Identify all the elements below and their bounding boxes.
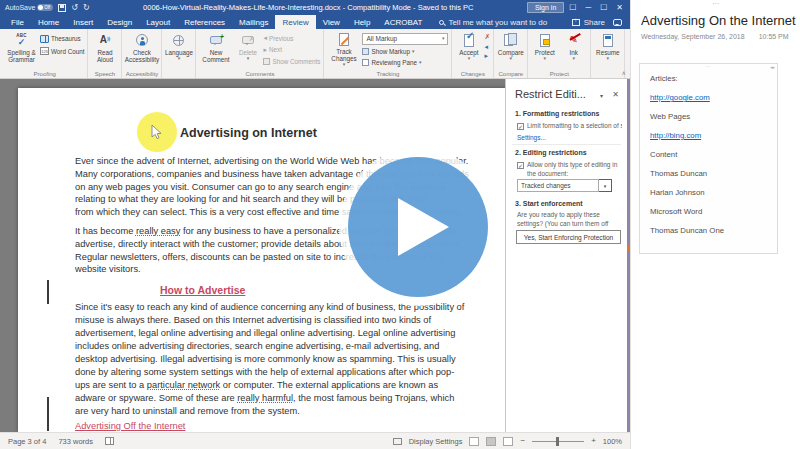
autosave-toggle[interactable]: Off	[37, 4, 53, 11]
track-changes-button[interactable]: Track Changes ▾	[327, 31, 360, 67]
note-item-link[interactable]: http://bing.com	[650, 131, 701, 140]
share-icon	[572, 19, 580, 26]
previous-comment-button[interactable]: ◂Previous	[263, 33, 320, 43]
doc-hyperlink[interactable]: Advertising Off the Internet	[75, 421, 185, 431]
pane-menu-icon[interactable]: ▾	[600, 92, 603, 99]
zoom-slider[interactable]	[532, 441, 584, 442]
new-comment-button[interactable]: + New Comment	[199, 31, 232, 67]
undo-icon[interactable]: ↺	[71, 4, 78, 12]
tab-review[interactable]: Review	[275, 15, 315, 29]
document-area: Advertising on Internet Ever since the a…	[0, 79, 630, 432]
maximize-button[interactable]: ☐	[600, 4, 607, 12]
redo-icon[interactable]: ↻	[83, 4, 90, 12]
ribbon-display-options-icon[interactable]: ☐	[569, 4, 576, 12]
next-comment-button[interactable]: ▸Next	[263, 45, 320, 55]
edge-marker	[627, 245, 630, 251]
note-item[interactable]: Thomas Duncan One	[650, 226, 724, 235]
allow-editing-checkbox-row[interactable]: ✓ Allow only this type of editing in the…	[517, 161, 622, 179]
checkbox-checked-icon[interactable]: ✓	[517, 162, 524, 169]
save-icon[interactable]	[58, 4, 66, 12]
start-enforcing-button[interactable]: Yes, Start Enforcing Protection	[516, 230, 621, 244]
page-indicator[interactable]: Page 3 of 4	[8, 437, 46, 446]
tab-view[interactable]: View	[316, 15, 347, 29]
note-item[interactable]: Thomas Duncan	[650, 169, 707, 178]
thesaurus-icon	[40, 35, 49, 43]
dropdown-arrow-icon: ▾	[178, 56, 181, 61]
close-button[interactable]: ✕	[616, 4, 623, 12]
select-dropdown-icon[interactable]: ▾	[599, 179, 612, 192]
accept-button[interactable]: ✓ Accept ▾	[455, 31, 482, 67]
container-handle-icon[interactable]: ⋯	[640, 63, 777, 69]
resume-button[interactable]: Resume ▾	[594, 31, 621, 67]
web-layout-button[interactable]	[503, 437, 513, 446]
tab-layout[interactable]: Layout	[139, 15, 177, 29]
note-item[interactable]: Content	[650, 150, 677, 159]
ink-button[interactable]: ✎ Ink ▾	[560, 31, 587, 67]
zoom-out-icon[interactable]: −	[520, 437, 525, 445]
more-options-icon[interactable]: ⋯	[631, 0, 800, 8]
delete-comment-button[interactable]: ✗ Delete ▾	[234, 31, 261, 67]
note-item-link[interactable]: http://google.com	[650, 93, 710, 102]
language-button[interactable]: Language ▾	[165, 31, 192, 67]
limit-formatting-checkbox-row[interactable]: ✓ Limit formatting to a selection of sty…	[517, 122, 622, 131]
note-item[interactable]: Articles:	[650, 74, 678, 83]
show-comments-button[interactable]: Show Comments	[263, 57, 320, 67]
share-button[interactable]: Share	[572, 18, 605, 27]
check-accessibility-button[interactable]: Check Accessibility	[125, 31, 158, 67]
autosave-control[interactable]: AutoSave Off	[5, 4, 53, 11]
reviewing-pane-button[interactable]: Reviewing Pane▾	[362, 57, 448, 67]
note-title[interactable]: Advertising On the Internet	[641, 13, 800, 28]
previous-change-button[interactable]: ◂	[484, 43, 490, 51]
resume-icon	[603, 32, 613, 48]
note-item[interactable]: Web Pages	[650, 112, 690, 121]
new-comment-icon: +	[210, 32, 222, 48]
tab-file[interactable]: File	[4, 15, 31, 29]
collapse-ribbon-icon[interactable]: ∧	[622, 69, 626, 76]
word-count-indicator[interactable]: 733 words	[58, 437, 93, 446]
spelling-grammar-button[interactable]: ABC✓ Spelling & Grammar	[5, 31, 38, 67]
protect-button[interactable]: Protect ▾	[531, 31, 558, 67]
checkbox-checked-icon[interactable]: ✓	[517, 123, 524, 130]
ribbon-tab-bar: File Home Insert Design Layout Reference…	[0, 15, 630, 29]
reject-change-button[interactable]: ✗	[484, 33, 490, 41]
read-mode-button[interactable]	[469, 437, 479, 446]
read-aloud-button[interactable]: A Read Aloud	[91, 31, 118, 67]
sign-in-button[interactable]: Sign in	[527, 2, 564, 13]
comments-icon[interactable]	[613, 19, 622, 26]
ribbon: ABC✓ Spelling & Grammar Thesaurus Word C…	[0, 29, 630, 79]
display-settings-label[interactable]: Display Settings	[409, 437, 463, 446]
tab-insert[interactable]: Insert	[66, 15, 100, 29]
editing-type-select[interactable]: Tracked changes ▾	[517, 179, 612, 192]
proofing-status-icon[interactable]	[105, 437, 114, 445]
tab-references[interactable]: References	[177, 15, 232, 29]
status-bar: Page 3 of 4 733 words Display Settings −…	[0, 432, 630, 449]
tab-acrobat[interactable]: ACROBAT	[377, 15, 429, 29]
print-layout-button[interactable]	[486, 437, 496, 446]
accessibility-icon	[136, 32, 148, 48]
compare-button[interactable]: Compare ▾	[497, 31, 524, 67]
note-item[interactable]: Harlan Johnson	[650, 188, 705, 197]
pane-close-icon[interactable]: ✕	[612, 90, 619, 99]
zoom-in-icon[interactable]: +	[591, 437, 596, 445]
play-button-overlay[interactable]	[333, 142, 503, 312]
start-enforcement-title: 3. Start enforcement	[515, 200, 621, 207]
container-resize-icon[interactable]: ◂▸	[770, 64, 775, 70]
note-item[interactable]: Microsoft Word	[650, 207, 702, 216]
word-count-button[interactable]: Word Count	[40, 46, 84, 57]
tab-home[interactable]: Home	[31, 15, 66, 29]
group-label-speech: Speech	[88, 71, 121, 77]
tab-help[interactable]: Help	[347, 15, 377, 29]
tab-design[interactable]: Design	[100, 15, 139, 29]
next-icon: ▸	[263, 46, 267, 54]
next-change-button[interactable]: ▸	[484, 52, 490, 60]
tell-me-box[interactable]: Tell me what you want to do	[439, 15, 547, 29]
zoom-slider-thumb[interactable]	[556, 437, 559, 446]
markup-select[interactable]: All Markup ▾	[362, 33, 448, 45]
tab-mailings[interactable]: Mailings	[232, 15, 275, 29]
show-markup-button[interactable]: Show Markup▾	[362, 46, 448, 56]
settings-link[interactable]: Settings...	[517, 134, 546, 141]
minimize-button[interactable]: ─	[585, 4, 591, 12]
zoom-level[interactable]: 100%	[603, 437, 622, 446]
note-content-box[interactable]: ⋯ ◂▸ Articles: http://google.com Web Pag…	[639, 63, 778, 254]
thesaurus-button[interactable]: Thesaurus	[40, 33, 84, 44]
